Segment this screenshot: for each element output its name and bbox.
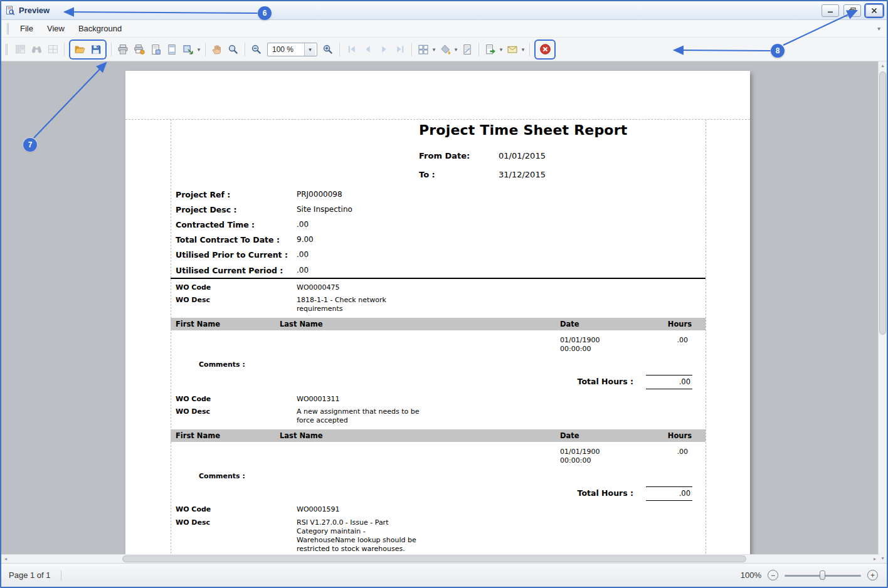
field-label: Utilised Current Period : xyxy=(176,266,283,275)
page-setup-button[interactable] xyxy=(147,41,164,58)
menu-grip[interactable] xyxy=(7,23,9,34)
comments-label: Comments : xyxy=(199,360,245,369)
to-date-label: To : xyxy=(419,170,435,179)
export-button[interactable] xyxy=(482,41,499,58)
scroll-left-arrow[interactable]: ◂ xyxy=(1,555,10,563)
print-direct-button[interactable] xyxy=(131,41,147,58)
vertical-scrollbar[interactable]: ▴ ▾ xyxy=(878,61,887,563)
status-bar: Page 1 of 1 100% − + xyxy=(1,563,887,587)
minimize-icon xyxy=(827,8,833,14)
last-page-button[interactable] xyxy=(392,41,408,58)
col-date: Date xyxy=(560,431,579,440)
zoom-out-status-button[interactable]: − xyxy=(768,570,778,580)
wo-desc-value: 1818-1-1 - Check network requirements xyxy=(297,296,386,313)
page-color-button[interactable] xyxy=(437,41,453,58)
zoom-out-button[interactable] xyxy=(248,41,265,58)
wo-desc-label: WO Desc xyxy=(176,518,210,527)
hand-tool-button[interactable] xyxy=(209,41,225,58)
report-page: Project Time Sheet Report From Date: 01/… xyxy=(125,71,750,554)
total-hours-value: .00 xyxy=(646,486,692,501)
magnifier-button[interactable] xyxy=(225,41,241,58)
scroll-down-arrow[interactable]: ▾ xyxy=(879,554,887,563)
dock-panels-button[interactable] xyxy=(12,41,28,58)
menu-bar: File View Background ▾ xyxy=(1,20,887,38)
menu-background[interactable]: Background xyxy=(71,21,129,36)
separator xyxy=(111,43,112,56)
separator xyxy=(411,43,412,56)
col-last-name: Last Name xyxy=(280,320,323,328)
window-title: Preview xyxy=(19,6,50,15)
first-page-button[interactable] xyxy=(343,41,359,58)
header-footer-icon xyxy=(166,44,177,55)
menu-overflow-caret[interactable]: ▾ xyxy=(877,25,883,32)
document-area: Project Time Sheet Report From Date: 01/… xyxy=(1,61,879,554)
page-color-icon xyxy=(440,44,451,55)
horizontal-scrollbar[interactable]: ◂ ▸ xyxy=(1,554,879,563)
previous-page-icon xyxy=(362,44,373,55)
field-value: Site Inspectino xyxy=(297,205,352,214)
close-icon xyxy=(871,8,877,14)
wo-desc-value: A new assignment that needs to be force … xyxy=(297,407,420,425)
vertical-scroll-thumb[interactable] xyxy=(879,71,886,335)
email-caret[interactable]: ▾ xyxy=(520,46,526,53)
field-label: Utilised Prior to Current : xyxy=(176,250,288,260)
zoom-combo-caret[interactable]: ▾ xyxy=(304,43,315,56)
menu-file[interactable]: File xyxy=(13,21,40,36)
wo-code-value: WO0001591 xyxy=(297,505,340,514)
printer-icon xyxy=(117,44,129,55)
field-value: 9.00 xyxy=(297,235,314,244)
close-button[interactable] xyxy=(865,4,883,17)
field-label: Project Ref : xyxy=(176,190,230,199)
preview-window: Preview File View Background ▾ xyxy=(0,0,888,588)
multiple-pages-icon xyxy=(418,44,429,55)
minimize-button[interactable] xyxy=(822,4,839,17)
email-icon xyxy=(507,44,518,55)
scale-caret[interactable]: ▾ xyxy=(196,46,202,53)
page-color-caret[interactable]: ▾ xyxy=(453,46,459,53)
zoom-slider-thumb[interactable] xyxy=(820,570,825,580)
field-value: .00 xyxy=(297,220,309,229)
watermark-button[interactable] xyxy=(459,41,475,58)
toolbar: ▾ ▾ xyxy=(1,38,887,61)
zoom-in-status-button[interactable]: + xyxy=(867,570,878,580)
multiple-pages-button[interactable] xyxy=(415,41,431,58)
search-button[interactable] xyxy=(28,41,45,58)
close-preview-button[interactable] xyxy=(537,41,553,58)
previous-page-button[interactable] xyxy=(359,41,376,58)
separator xyxy=(245,43,245,56)
zoom-in-button[interactable] xyxy=(320,41,336,58)
send-email-button[interactable] xyxy=(504,41,521,58)
save-floppy-icon xyxy=(90,44,102,55)
open-button[interactable] xyxy=(71,41,88,58)
print-button[interactable] xyxy=(115,41,131,58)
multiple-pages-caret[interactable]: ▾ xyxy=(431,46,437,53)
field-label: Contracted Time : xyxy=(176,220,255,229)
zoom-input[interactable] xyxy=(268,45,304,54)
margin-line-top xyxy=(125,119,750,120)
separator xyxy=(64,43,65,56)
from-date-label: From Date: xyxy=(419,151,470,160)
next-page-button[interactable] xyxy=(376,41,392,58)
scroll-up-arrow[interactable]: ▴ xyxy=(879,61,887,70)
toolbar-grip[interactable] xyxy=(6,44,8,55)
total-hours-value: .00 xyxy=(646,375,692,389)
scale-button[interactable] xyxy=(180,41,196,58)
wo-code-value: WO0001311 xyxy=(297,395,340,404)
export-caret[interactable]: ▾ xyxy=(498,46,504,53)
field-value: .00 xyxy=(297,250,309,259)
col-date: Date xyxy=(560,320,579,328)
menu-view[interactable]: View xyxy=(40,21,71,36)
header-rule xyxy=(171,278,706,279)
scroll-right-arrow[interactable]: ▸ xyxy=(870,555,879,563)
save-button[interactable] xyxy=(88,41,104,58)
thumbnails-button[interactable] xyxy=(45,41,61,58)
close-preview-icon xyxy=(539,43,551,55)
col-hours: Hours xyxy=(668,431,692,440)
horizontal-scroll-thumb[interactable] xyxy=(122,555,746,562)
zoom-slider[interactable] xyxy=(785,570,861,580)
grid-icon xyxy=(48,44,58,55)
margin-line-right xyxy=(706,119,706,554)
wo-block: WO Code WO0001311 WO Desc A new assignme… xyxy=(171,395,706,508)
header-footer-button[interactable] xyxy=(164,41,180,58)
maximize-button[interactable] xyxy=(843,4,861,17)
